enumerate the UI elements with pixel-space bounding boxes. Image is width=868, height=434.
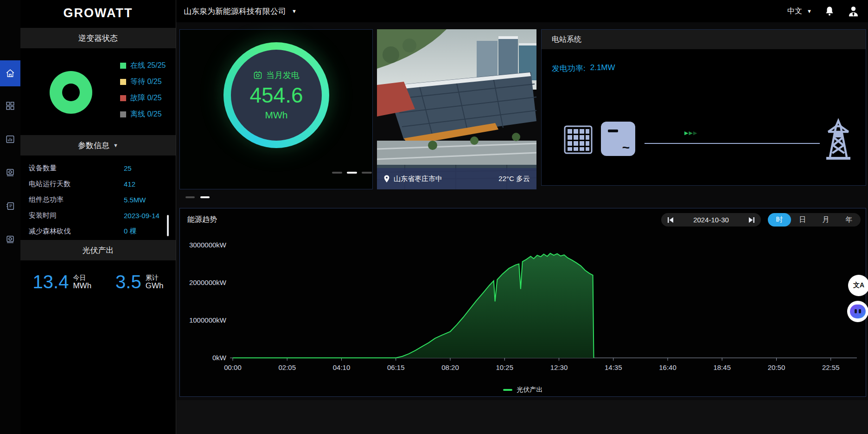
nav-item-devices[interactable]	[0, 160, 20, 186]
param-label: 设备数量	[29, 164, 124, 173]
nav-rail	[0, 0, 20, 434]
language-selector[interactable]: 中文 ▼	[787, 6, 812, 16]
x-tick-label: 14:35	[605, 363, 622, 371]
top-bar: 山东泉为新能源科技有限公司 ▼ 中文 ▼	[176, 0, 868, 22]
nav-item-reports[interactable]	[0, 126, 20, 152]
plant-selector-label: 山东泉为新能源科技有限公司	[184, 6, 286, 17]
solar-panel-icon	[564, 125, 593, 154]
params-title: 参数信息	[78, 140, 109, 151]
plant-system-title: 电站系统	[552, 35, 581, 45]
generation-power-value: 2.1MW	[590, 63, 615, 74]
power-flow-arrows: ▶▶▶	[684, 130, 697, 136]
pv-total-label: 累计	[146, 274, 164, 281]
inverter-status-donut	[50, 71, 92, 114]
param-value: 5.5MW	[124, 196, 176, 204]
status-legend-item: 等待 0/25	[120, 77, 166, 87]
param-value: 412	[124, 180, 176, 188]
inverter-status-header: 逆变器状态	[20, 28, 176, 48]
param-row: 减少森林砍伐0 棵	[20, 223, 176, 239]
pv-total-value: 3.5	[115, 272, 141, 292]
status-swatch	[120, 79, 126, 85]
monthly-generation-card: 当月发电 454.6 MWh	[179, 29, 373, 189]
nav-item-logs[interactable]	[0, 193, 20, 219]
brand-logo: GROWATT	[20, 0, 176, 26]
robot-icon	[850, 304, 866, 318]
pv-total-unit: GWh	[146, 281, 164, 291]
notifications-button[interactable]	[824, 6, 835, 17]
logbook-icon	[5, 201, 15, 211]
chevron-down-icon: ▼	[113, 143, 118, 148]
location-pin-icon	[383, 175, 390, 183]
plant-system-header: 电站系统	[542, 30, 866, 49]
y-tick-label: 3000000kW	[189, 241, 227, 249]
status-legend-item: 故障 0/25	[120, 93, 166, 103]
params-header[interactable]: 参数信息 ▼	[20, 135, 176, 155]
pv-output-values: 13.4 今日 MWh 3.5 累计 GWh	[20, 272, 176, 292]
x-tick-label: 20:50	[768, 363, 785, 371]
chart-legend: 光伏产出	[180, 386, 866, 394]
x-tick-label: 06:15	[387, 363, 405, 371]
pv-today-value: 13.4	[33, 272, 69, 292]
legend-series-name: 光伏产出	[517, 386, 543, 394]
y-tick-label: 0kW	[212, 354, 227, 362]
gauge-value: 454.6	[249, 83, 303, 108]
param-label: 组件总功率	[29, 195, 124, 204]
param-row: 电站运行天数412	[20, 176, 176, 192]
pv-output-header: 光伏产出	[20, 240, 176, 260]
page-dash-inactive[interactable]	[332, 172, 342, 174]
param-row: 设备数量25	[20, 160, 176, 176]
energy-trend-chart: 0kW1000000kW2000000kW3000000kW00:0002:05…	[180, 208, 866, 378]
pv-today: 13.4 今日 MWh	[33, 272, 92, 292]
ai-assistant-button[interactable]	[847, 301, 868, 322]
pv-today-label: 今日	[73, 274, 91, 281]
x-tick-label: 16:40	[659, 363, 677, 371]
x-tick-label: 22:55	[822, 363, 840, 371]
user-icon	[847, 5, 860, 18]
plant-photo	[377, 29, 536, 189]
x-tick-label: 12:30	[550, 363, 568, 371]
energy-trend-card: 能源趋势 2024-10-30 时日月年 0kW1000000kW2000000…	[179, 208, 866, 397]
chart-series	[233, 253, 594, 358]
account-button[interactable]	[847, 5, 860, 18]
nav-item-apps[interactable]	[0, 93, 20, 119]
page-dash-inactive[interactable]	[185, 196, 195, 198]
translate-button[interactable]: 文A	[848, 275, 868, 296]
page-dash-active[interactable]	[200, 196, 210, 198]
generation-power: 发电功率: 2.1MW	[552, 63, 615, 74]
page-dash-active[interactable]	[347, 172, 357, 174]
inverter-icon: ~	[601, 122, 635, 156]
status-label: 故障 0/25	[130, 93, 162, 103]
generation-gauge: 当月发电 454.6 MWh	[223, 42, 329, 148]
apps-grid-icon	[5, 101, 15, 111]
pv-output-title: 光伏产出	[83, 245, 114, 256]
x-tick-label: 02:05	[278, 363, 296, 371]
status-label: 离线 0/25	[130, 110, 162, 119]
y-tick-label: 2000000kW	[189, 279, 227, 286]
status-label: 等待 0/25	[130, 77, 162, 87]
pv-output-area	[233, 253, 594, 358]
inverter-status-legend: 在线 25/25等待 0/25故障 0/25离线 0/25	[120, 60, 166, 119]
monthly-generation-icon	[253, 71, 262, 80]
plant-selector[interactable]: 山东泉为新能源科技有限公司 ▼	[184, 0, 297, 22]
x-tick-label: 00:00	[224, 363, 242, 371]
panel-scrollbar-thumb[interactable]	[167, 215, 169, 236]
system-flow-diagram: ~ ▶▶▶	[542, 118, 866, 169]
nav-item-settings[interactable]	[0, 227, 20, 253]
status-swatch	[120, 63, 126, 69]
bar-chart-icon	[5, 134, 15, 144]
gauge-unit: MWh	[265, 110, 288, 121]
plant-location: 山东省枣庄市中	[394, 175, 442, 183]
gauge-page-indicators	[332, 172, 372, 174]
inverter-status-title: 逆变器状态	[78, 33, 118, 44]
page-dash-inactive[interactable]	[362, 172, 372, 174]
carousel-page-indicators	[185, 196, 210, 198]
status-label: 在线 25/25	[130, 61, 166, 71]
x-tick-label: 18:45	[713, 363, 731, 371]
footer-band	[176, 400, 868, 434]
chevron-down-icon: ▼	[292, 8, 297, 14]
status-swatch	[120, 95, 126, 101]
param-row: 组件总功率5.5MW	[20, 192, 176, 207]
pv-today-unit: MWh	[73, 281, 91, 291]
nav-item-home[interactable]	[0, 60, 20, 86]
gauge-label: 当月发电	[266, 70, 300, 81]
